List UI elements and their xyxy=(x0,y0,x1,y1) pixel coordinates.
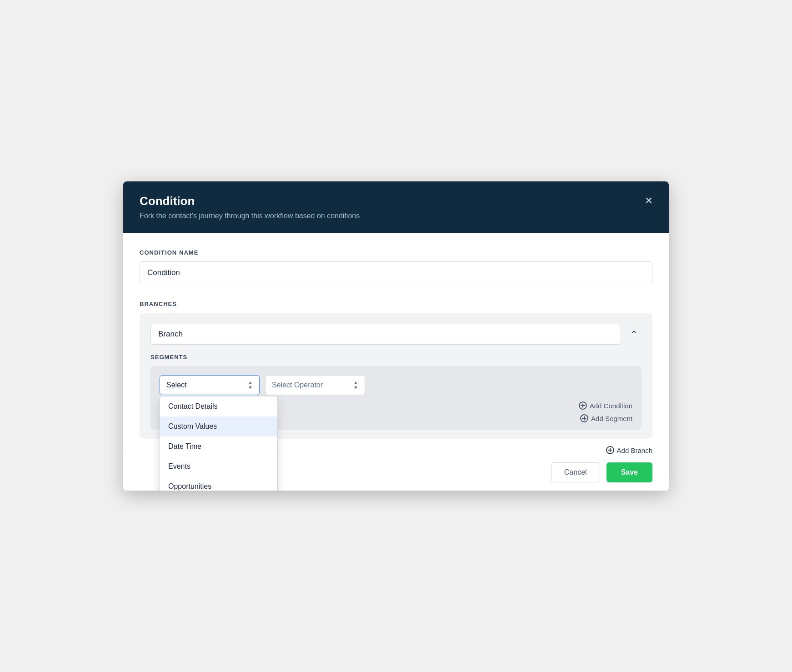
modal-header: Condition Fork the contact's journey thr… xyxy=(123,181,669,233)
select-dropdown[interactable]: Select ▲▼ xyxy=(160,375,260,395)
branch-top-row: ⌃ xyxy=(150,324,642,345)
add-condition-label: Add Condition xyxy=(590,402,632,410)
select-arrows-icon: ▲▼ xyxy=(248,380,253,390)
save-button[interactable]: Save xyxy=(607,462,652,482)
branches-label: BRANCHES xyxy=(140,301,652,307)
operator-arrows-icon: ▲▼ xyxy=(353,380,358,390)
dropdown-item-events[interactable]: Events xyxy=(160,456,277,476)
dropdown-item-date-time[interactable]: Date Time xyxy=(160,436,277,456)
segments-area: Select ▲▼ Contact Details Custom Values … xyxy=(150,366,642,430)
branch-card: ⌃ SEGMENTS Select ▲▼ xyxy=(140,313,652,439)
dropdown-item-opportunities[interactable]: Opportunities xyxy=(160,476,277,491)
add-condition-icon xyxy=(579,401,587,410)
segments-label: SEGMENTS xyxy=(150,354,642,361)
segment-row: Select ▲▼ Contact Details Custom Values … xyxy=(160,375,632,395)
add-branch-icon xyxy=(606,446,614,454)
modal-title: Condition xyxy=(140,194,360,208)
condition-modal: Condition Fork the contact's journey thr… xyxy=(123,181,669,491)
branch-name-input[interactable] xyxy=(150,324,621,345)
select-container: Select ▲▼ Contact Details Custom Values … xyxy=(160,375,260,395)
branches-section: BRANCHES ⌃ SEGMENTS Select xyxy=(140,301,652,454)
add-branch-button[interactable]: Add Branch xyxy=(606,446,652,454)
close-button[interactable]: × xyxy=(645,194,652,207)
add-segment-label: Add Segment xyxy=(591,415,632,422)
condition-name-input[interactable] xyxy=(140,261,652,284)
modal-subtitle: Fork the contact's journey through this … xyxy=(140,212,360,220)
operator-value: Select Operator xyxy=(272,381,323,389)
header-content: Condition Fork the contact's journey thr… xyxy=(140,194,360,220)
branch-collapse-button[interactable]: ⌃ xyxy=(627,325,642,343)
dropdown-item-contact-details[interactable]: Contact Details xyxy=(160,396,277,416)
modal-body: CONDITION NAME BRANCHES ⌃ SEGMENTS xyxy=(123,233,669,491)
cancel-button[interactable]: Cancel xyxy=(551,462,600,482)
select-value: Select xyxy=(166,381,186,389)
dropdown-item-custom-values[interactable]: Custom Values xyxy=(160,416,277,436)
add-segment-icon xyxy=(580,414,588,422)
operator-dropdown[interactable]: Select Operator ▲▼ xyxy=(265,375,365,395)
add-branch-label: Add Branch xyxy=(617,446,652,454)
condition-name-label: CONDITION NAME xyxy=(140,249,652,256)
select-dropdown-menu: Contact Details Custom Values Date Time … xyxy=(160,396,278,491)
